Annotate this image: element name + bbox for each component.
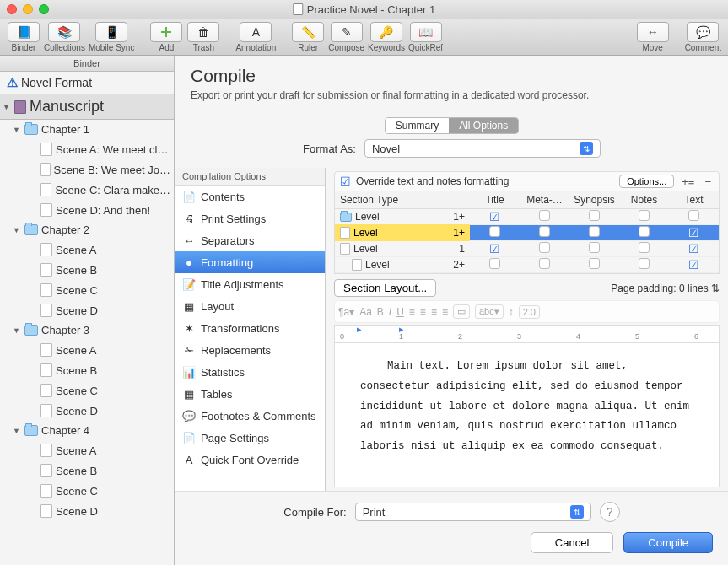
checkbox-off[interactable] — [688, 210, 699, 221]
options-button[interactable]: Options... — [619, 175, 674, 188]
binder-scene[interactable]: Scene A — [0, 239, 174, 260]
tab-all-options[interactable]: All Options — [449, 118, 518, 133]
move-button[interactable]: ↔Move — [636, 22, 670, 52]
font-button[interactable]: Aa — [359, 306, 372, 318]
keywords-button[interactable]: 🔑Keywords — [368, 22, 405, 52]
override-checkbox[interactable]: ☑ — [340, 175, 351, 188]
mobile-sync-button[interactable]: 📱Mobile Sync — [89, 22, 134, 52]
collections-button[interactable]: 📚Collections — [44, 22, 85, 52]
section-layout-button[interactable]: Section Layout... — [334, 279, 436, 297]
checkbox-off[interactable] — [539, 210, 550, 221]
remove-row-button[interactable]: − — [702, 175, 714, 188]
col-section-type[interactable]: Section Type — [335, 191, 470, 208]
binder-root[interactable]: ⚠ Novel Format — [0, 72, 174, 94]
checkbox-on[interactable]: ☑ — [489, 242, 500, 256]
checkbox-off[interactable] — [639, 226, 650, 237]
help-button[interactable]: ? — [600, 502, 620, 522]
binder-scene[interactable]: Scene B: We meet Jo… — [0, 159, 174, 180]
compilation-option-footnotes-comments[interactable]: 💬Footnotes & Comments — [175, 405, 325, 427]
checkbox-off[interactable] — [639, 242, 650, 253]
compilation-option-contents[interactable]: 📄Contents — [175, 186, 325, 207]
checkbox-off[interactable] — [639, 210, 650, 221]
paragraph-style-icon[interactable]: ¶a▾ — [338, 306, 354, 318]
trash-button[interactable]: 🗑Trash — [186, 22, 220, 52]
tab-summary[interactable]: Summary — [386, 118, 449, 133]
align-left-button[interactable]: ≡ — [409, 306, 415, 318]
checkbox-off[interactable] — [539, 242, 550, 253]
section-type-row[interactable]: Level2+☑ — [335, 257, 719, 273]
ruler-indent-marker[interactable]: ▸ — [399, 324, 404, 335]
close-window-button[interactable] — [7, 4, 17, 14]
disclosure-triangle[interactable]: ▼ — [12, 426, 21, 435]
disclosure-triangle[interactable]: ▼ — [2, 102, 11, 111]
line-spacing-field[interactable]: 2.0 — [519, 305, 540, 319]
format-as-select[interactable]: Novel ⇅ — [364, 139, 601, 158]
add-row-button[interactable]: +≡ — [679, 175, 697, 188]
binder-scene[interactable]: Scene C — [0, 481, 174, 501]
quickref-button[interactable]: 📖QuickRef — [408, 22, 443, 52]
binder-chapter[interactable]: ▼Chapter 4 — [0, 421, 174, 440]
disclosure-triangle[interactable]: ▼ — [12, 225, 21, 234]
compile-button[interactable]: Compile — [623, 532, 713, 553]
binder-scene[interactable]: Scene B — [0, 360, 174, 380]
compilation-option-layout[interactable]: ▦Layout — [175, 295, 325, 317]
checkbox-on[interactable]: ☑ — [688, 226, 699, 239]
compilation-option-print-settings[interactable]: 🖨Print Settings — [175, 207, 325, 229]
annotation-button[interactable]: AAnnotation — [235, 22, 276, 52]
compile-for-select[interactable]: Print ⇅ — [355, 503, 591, 521]
col-notes[interactable]: Notes — [619, 191, 669, 208]
bold-button[interactable]: B — [377, 306, 384, 318]
binder-scene[interactable]: Scene D — [0, 501, 174, 521]
ruler[interactable]: 0▸1▸23456 — [334, 325, 720, 343]
ruler-indent-marker[interactable]: ▸ — [357, 324, 362, 335]
compilation-option-quick-font-override[interactable]: AQuick Font Override — [175, 449, 325, 471]
binder-scene[interactable]: Scene D — [0, 300, 174, 320]
checkbox-off[interactable] — [489, 258, 500, 269]
zoom-window-button[interactable] — [39, 4, 49, 14]
binder-chapter[interactable]: ▼Chapter 1 — [0, 120, 174, 139]
binder-scene[interactable]: Scene D: And then! — [0, 200, 174, 220]
list-style-select[interactable]: abc▾ — [475, 304, 504, 319]
binder-scene[interactable]: Scene A — [0, 340, 174, 360]
binder-scene[interactable]: Scene D — [0, 401, 174, 421]
compilation-option-page-settings[interactable]: 📄Page Settings — [175, 427, 325, 449]
checkbox-off[interactable] — [489, 226, 500, 237]
minimize-window-button[interactable] — [23, 4, 33, 14]
align-right-button[interactable]: ≡ — [431, 306, 437, 318]
italic-button[interactable]: I — [389, 306, 391, 318]
checkbox-off[interactable] — [639, 258, 650, 269]
col-meta[interactable]: Meta-… — [520, 191, 569, 208]
col-title[interactable]: Title — [470, 191, 520, 208]
checkbox-on[interactable]: ☑ — [489, 210, 500, 223]
binder-scene[interactable]: Scene B — [0, 260, 174, 280]
checkbox-off[interactable] — [589, 226, 600, 237]
binder-scene[interactable]: Scene C — [0, 380, 174, 401]
compilation-option-formatting[interactable]: ●Formatting — [175, 251, 325, 273]
compilation-option-statistics[interactable]: 📊Statistics — [175, 361, 325, 383]
page-padding-stepper[interactable]: ⇅ — [711, 282, 720, 294]
checkbox-off[interactable] — [589, 210, 600, 221]
cancel-button[interactable]: Cancel — [531, 532, 613, 553]
disclosure-triangle[interactable]: ▼ — [12, 125, 21, 134]
color-well[interactable]: ▭ — [453, 304, 470, 319]
binder-scene[interactable]: Scene A: We meet cl… — [0, 139, 174, 159]
checkbox-off[interactable] — [539, 226, 550, 237]
checkbox-on[interactable]: ☑ — [688, 258, 699, 272]
col-synopsis[interactable]: Synopsis — [569, 191, 619, 208]
compilation-option-separators[interactable]: ↔Separators — [175, 229, 325, 251]
checkbox-off[interactable] — [589, 242, 600, 253]
binder-manuscript[interactable]: ▼ Manuscript — [0, 94, 174, 120]
align-justify-button[interactable]: ≡ — [442, 306, 448, 318]
compilation-option-title-adjustments[interactable]: 📝Title Adjustments — [175, 273, 325, 295]
underline-button[interactable]: U — [396, 306, 404, 318]
checkbox-on[interactable]: ☑ — [688, 242, 699, 256]
binder-chapter[interactable]: ▼Chapter 3 — [0, 320, 174, 340]
checkbox-off[interactable] — [539, 258, 550, 269]
col-text[interactable]: Text — [669, 191, 719, 208]
ruler-button[interactable]: 📏Ruler — [291, 22, 325, 52]
checkbox-off[interactable] — [589, 258, 600, 269]
binder-scene[interactable]: Scene A — [0, 440, 174, 460]
compilation-option-tables[interactable]: ▦Tables — [175, 383, 325, 405]
align-center-button[interactable]: ≡ — [420, 306, 426, 318]
disclosure-triangle[interactable]: ▼ — [12, 326, 21, 335]
